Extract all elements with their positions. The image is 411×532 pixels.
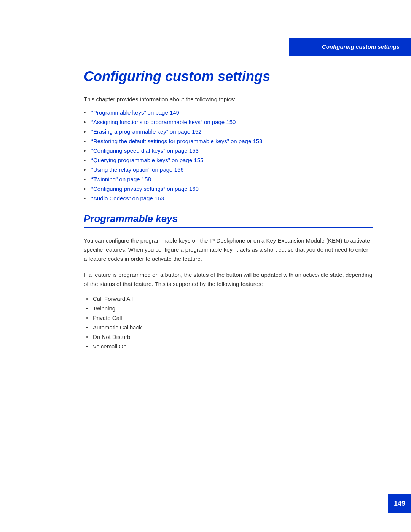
toc-link[interactable]: “Querying programmable keys” on page 155	[91, 157, 203, 163]
toc-list-item[interactable]: “Using the relay option” on page 156	[84, 166, 373, 173]
toc-link[interactable]: “Assigning functions to programmable key…	[91, 119, 236, 125]
feature-list-item: Private Call	[84, 315, 373, 321]
toc-link[interactable]: “Using the relay option” on page 156	[91, 166, 184, 173]
feature-list-item: Do Not Disturb	[84, 334, 373, 340]
toc-list-item[interactable]: “Configuring privacy settings” on page 1…	[84, 185, 373, 192]
feature-list: Call Forward AllTwinningPrivate CallAuto…	[84, 296, 373, 350]
toc-link[interactable]: “Programmable keys” on page 149	[91, 109, 179, 116]
page-number-badge: 149	[388, 494, 411, 513]
header-tab: Configuring custom settings	[289, 38, 411, 56]
feature-list-item: Twinning	[84, 305, 373, 312]
feature-list-item: Automatic Callback	[84, 324, 373, 331]
section-title-programmable-keys: Programmable keys	[84, 213, 373, 228]
section-paragraph-1: You can configure the programmable keys …	[84, 236, 373, 264]
toc-list-item[interactable]: “Querying programmable keys” on page 155	[84, 157, 373, 163]
toc-link[interactable]: “Erasing a programmable key” on page 152	[91, 128, 201, 135]
toc-list-item[interactable]: “Assigning functions to programmable key…	[84, 119, 373, 125]
toc-list-item[interactable]: “Programmable keys” on page 149	[84, 109, 373, 116]
toc-link[interactable]: “Configuring privacy settings” on page 1…	[91, 185, 199, 192]
page-container: Configuring custom settings Configuring …	[0, 0, 411, 532]
toc-link[interactable]: “Configuring speed dial keys” on page 15…	[91, 147, 199, 154]
toc-link[interactable]: “Audio Codecs” on page 163	[91, 195, 164, 201]
toc-list: “Programmable keys” on page 149“Assignin…	[84, 109, 373, 201]
toc-link[interactable]: “Restoring the default settings for prog…	[91, 138, 262, 144]
feature-list-item: Call Forward All	[84, 296, 373, 302]
intro-text: This chapter provides information about …	[84, 96, 373, 102]
page-title: Configuring custom settings	[84, 69, 373, 85]
toc-list-item[interactable]: “Audio Codecs” on page 163	[84, 195, 373, 201]
toc-list-item[interactable]: “Restoring the default settings for prog…	[84, 138, 373, 144]
toc-link[interactable]: “Twinning” on page 158	[91, 176, 151, 182]
header-tab-text: Configuring custom settings	[322, 43, 400, 50]
feature-list-item: Voicemail On	[84, 343, 373, 350]
toc-list-item[interactable]: “Erasing a programmable key” on page 152	[84, 128, 373, 135]
toc-list-item[interactable]: “Configuring speed dial keys” on page 15…	[84, 147, 373, 154]
toc-list-item[interactable]: “Twinning” on page 158	[84, 176, 373, 182]
section-paragraph-2: If a feature is programmed on a button, …	[84, 270, 373, 289]
